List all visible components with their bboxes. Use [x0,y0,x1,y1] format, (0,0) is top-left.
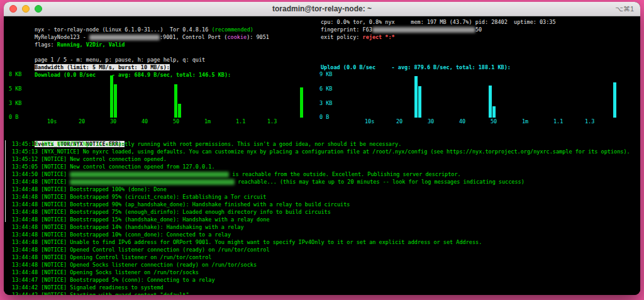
graph-x-tick: 30 [428,118,434,125]
graph-x-tick: 50 [173,118,179,125]
blank-line [4,41,640,48]
event-log: 13:45:13 [NYX_NOTICE] Nyx is currently r… [4,140,640,295]
event-log-line: 13:44:48 [NOTICE] Bootstrapped 100% (don… [4,186,640,193]
graph-x-tick: 1.1 [553,118,563,125]
event-log-line: 13:44:48 [NOTICE] Opened Socks listener … [4,261,640,269]
nyx-header-line1: nyx - tor-relay-node (Linux 6.1.0-31...)… [4,18,640,26]
graph-x-tick: 10s [47,118,57,125]
redacted-address [70,172,229,177]
event-log-line: 13:44:42 [NOTICE] Signaled readiness to … [4,284,640,291]
exit-policy-value: reject *:* [363,34,395,40]
graph-x-tick: 10s [365,118,374,125]
download-graph-bar [300,87,303,118]
graph-x-tick: 30 [110,118,116,125]
upload-graph-bar [414,76,418,118]
blank-line [4,125,640,133]
redacted-address [70,179,235,185]
graph-y-tick: 8 KB [9,71,21,77]
download-graph-bar [110,75,113,118]
nyx-header-line2: MyRelayNode123 - :9001, Control Port (co… [4,26,640,33]
event-log-line: 13:44:48 [NOTICE] reachable... (this may… [4,178,640,186]
graph-x-tick: 1.3 [585,118,594,125]
redacted-fingerprint [372,27,475,33]
terminal-body[interactable]: nyx - tor-relay-node (Linux 6.1.0-31...)… [4,16,640,295]
event-log-line: 13:44:48 [NOTICE] Opening Socks listener… [4,269,640,276]
window-title: toradmin@tor-relay-node: ~ [4,4,640,13]
graph-y-tick: 0 B [319,114,329,120]
graph-x-tick: 1.1 [236,118,245,125]
upload-graph-bar [613,82,616,118]
terminal-window: toradmin@tor-relay-node: ~ ⌥⌘1 nyx - tor… [4,2,640,295]
graph-y-tick: 3 KB [9,100,21,106]
event-log-line: 13:44:47 [NOTICE] Bootstrapped 5% (conn)… [4,276,640,284]
event-log-line: 13:44:50 [NOTICE] is reachable from the … [4,170,640,178]
graph-stat-labels: Download (0.0 B/sec - avg: 684.9 B/sec, … [4,64,640,71]
event-log-line: 13:45:13 [NYX_NOTICE] Nyx is currently r… [4,140,640,148]
upload-graph-bar [418,86,421,118]
event-log-line: 13:45:13 [NYX_NOTICE] No nyxrc loaded, u… [4,148,640,155]
event-log-line: 13:44:48 [NOTICE] Bootstrapped 15% (hand… [4,216,640,223]
event-log-line: 13:44:48 [NOTICE] Bootstrapped 14% (hand… [4,223,640,231]
graph-y-tick: 5 KB [9,86,21,92]
event-log-line: 13:44:48 [NOTICE] Bootstrapped 10% (conn… [4,231,640,238]
window-titlebar[interactable]: toradmin@tor-relay-node: ~ ⌥⌘1 [4,2,640,16]
graph-y-tick: 6 KB [319,86,332,92]
graph-x-tick: 1m [204,118,211,125]
download-graph-bar [114,84,117,118]
graph-x-tick: 1m [522,118,528,125]
upload-graph-bar [492,106,496,118]
nyx-header-line3: flags: Running, V2Dir, Valid exit policy… [4,33,640,41]
graph-x-tick: 20 [396,118,402,125]
exit-policy-line: exit policy: reject *:* [321,33,395,41]
fingerprint-line: fingerprint: F6350 [321,26,482,33]
graph-x-tick: 40 [142,118,148,125]
exit-policy-label: exit policy: [321,34,363,40]
event-log-line: 13:45:12 [NOTICE] New control connection… [4,155,640,163]
event-log-line: 13:44:48 [NOTICE] Bootstrapped 75% (enou… [4,208,640,216]
system-stats: cpu: 0.0% tor, 0.8% nyx mem: 197 MB (43.… [321,18,556,26]
events-panel-header: Events (TOR/NYX NOTICE-ERR): [4,133,640,140]
graph-y-tick: 9 KB [319,71,332,77]
page-menu-line: page 1 / 5 - m: menu, p: pause, h: page … [4,48,640,56]
upload-stats-label: Upload (0.0 B/sec - avg: 879.6 B/sec, to… [321,64,511,71]
fingerprint-label: fingerprint: F63 [321,26,372,33]
graph-y-tick: 0 B [9,114,18,120]
event-log-line: 13:44:48 [NOTICE] Opened Control listene… [4,246,640,253]
bandwidth-graphs: 8 KB5 KB3 KB0 B10s203040501m1.11.39 KB6 … [4,71,640,125]
graph-y-tick: 3 KB [319,100,332,106]
download-graph-bar [178,104,181,118]
fingerprint-end: 50 [475,26,482,33]
event-log-line: 13:44:48 [NOTICE] Bootstrapped 95% (circ… [4,193,640,201]
event-log-line: 13:44:42 [NOTICE] Starting with guard co… [4,291,640,295]
graph-x-tick: 50 [491,118,497,125]
event-log-line: 13:44:48 [NOTICE] Bootstrapped 90% (ap_h… [4,201,640,208]
event-log-line: 13:45:05 [NOTICE] New control connection… [4,163,640,170]
graph-x-tick: 40 [459,118,465,125]
event-log-line: 13:44:48 [NOTICE] Unable to find IPv6 ad… [4,238,640,246]
graph-x-tick: 20 [79,118,85,125]
bandwidth-panel-header: Bandwidth (limit: 5 MB/s, burst: 10 MB/s… [4,56,640,64]
event-log-line: 13:44:48 [NOTICE] Opening Control listen… [4,253,640,261]
window-shortcut-badge: ⌥⌘1 [615,5,634,13]
graph-x-tick: 1.3 [267,118,277,125]
upload-graph-bar [489,86,492,118]
download-graph-bar [174,84,177,118]
